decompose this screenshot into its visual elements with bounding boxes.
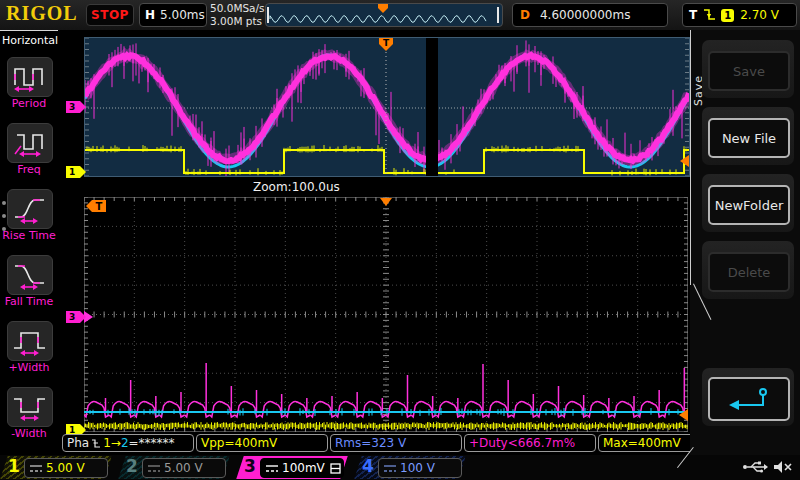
t-label: T	[689, 8, 697, 22]
channel-status-bar: 1 5.00 V 2 5.00 V 3 100mV	[0, 455, 800, 480]
sidebar-title: Horizontal	[2, 34, 58, 47]
channel-3-scale-box: 100mV	[260, 458, 344, 478]
pos-width-icon	[7, 321, 53, 361]
phase-arrow: →	[111, 436, 121, 451]
top-status-bar: RIGOL STOP H 5.00ms 50.0MSa/s 3.00M pts …	[0, 0, 800, 31]
svg-text:T: T	[96, 201, 103, 212]
phase-value: =******	[129, 436, 175, 451]
horizontal-measure-menu: Horizontal Period Freq	[0, 30, 59, 456]
measurement-vpp: Vpp=400mV	[196, 434, 328, 452]
save-button[interactable]: Save	[702, 40, 794, 98]
new-folder-button-label: NewFolder	[708, 185, 790, 225]
dc-coupling-icon	[29, 464, 43, 473]
trigger-level-value: 2.70 V	[740, 8, 779, 22]
menu-divider	[690, 30, 691, 285]
d-label: D	[520, 8, 530, 22]
svg-text:T: T	[383, 38, 390, 48]
sidebar-item-label: Rise Time	[0, 229, 58, 242]
channel-4-number: 4	[362, 456, 374, 476]
zoom-waveforms: T	[84, 197, 688, 432]
timebase-value: 5.00ms	[160, 8, 205, 22]
dc-coupling-icon	[265, 464, 279, 473]
preview-wave	[266, 4, 500, 26]
new-file-button[interactable]: New File	[702, 107, 794, 165]
channel-3-status[interactable]: 3 100mV	[236, 456, 348, 479]
ch3-ground-marker-main: 3	[66, 101, 86, 113]
main-waveforms: T	[85, 38, 689, 176]
save-menu-panel: Save Save New File NewFolder Delete	[690, 30, 800, 455]
new-file-button-label: New File	[708, 118, 790, 158]
phase-prefix: Pha	[67, 436, 89, 451]
trigger-box: T 1 2.70 V	[682, 3, 797, 27]
return-arrow-icon	[727, 386, 771, 412]
channel-1-number: 1	[8, 456, 20, 476]
memory-depth-value: 3.00M pts	[210, 15, 265, 28]
measurement-rms: Rms=323 V	[330, 434, 462, 452]
falling-edge-icon	[90, 437, 102, 450]
channel-2-number: 2	[126, 456, 138, 476]
run-state-indicator: STOP	[86, 4, 134, 26]
dc-coupling-icon	[383, 464, 397, 473]
main-window: T	[84, 37, 690, 177]
channel-2-scale-box: 5.00 V	[142, 458, 226, 478]
save-button-label: Save	[708, 51, 790, 91]
measurement-phase: Pha 1 → 2 =******	[62, 434, 194, 452]
rigol-logo: RIGOL	[6, 2, 78, 25]
channel-4-scale: 100 V	[400, 461, 435, 475]
phase-src-channel: 1	[103, 436, 111, 451]
new-folder-button[interactable]: NewFolder	[702, 174, 794, 232]
zoom-scale-label: Zoom:100.0us	[253, 180, 340, 194]
return-button-face	[708, 377, 790, 421]
channel-3-scale: 100mV	[282, 461, 325, 475]
horizontal-scale-box: H 5.00ms	[139, 3, 207, 27]
return-button[interactable]	[702, 368, 794, 426]
phase-dst-channel: 2	[121, 436, 129, 451]
waveform-preview	[265, 3, 503, 27]
ch1-ground-marker-main: 1	[66, 166, 86, 178]
sample-rate-value: 50.0MSa/s	[210, 2, 265, 15]
sidebar-item-label: -Width	[0, 427, 58, 440]
channel-2-status[interactable]: 2 5.00 V	[118, 456, 230, 479]
channel-1-scale: 5.00 V	[46, 461, 85, 475]
sidebar-item-label: Freq	[0, 163, 58, 176]
channel-4-status[interactable]: 4 100 V	[354, 456, 466, 479]
dc-coupling-icon	[147, 464, 161, 473]
channel-1-scale-box: 5.00 V	[24, 458, 108, 478]
channel-1-status[interactable]: 1 5.00 V	[0, 456, 112, 479]
measurement-duty: +Duty<666.7m%	[464, 434, 596, 452]
sidebar-item-label: Period	[0, 97, 58, 110]
freq-icon	[7, 123, 53, 163]
sidebar-item-label: +Width	[0, 361, 58, 374]
speaker-muted-icon	[772, 459, 794, 475]
delay-value: 4.60000000ms	[540, 8, 630, 22]
channel-2-scale: 5.00 V	[164, 461, 203, 475]
measurement-bar: Pha 1 → 2 =****** Vpp=400mV Rms=323 V +D…	[62, 434, 730, 452]
rise-time-icon	[7, 189, 53, 229]
bw-limit-icon	[330, 463, 341, 474]
delete-button-label: Delete	[708, 252, 790, 292]
zoom-window: T	[84, 197, 688, 432]
h-label: H	[145, 8, 155, 22]
acquisition-info: 50.0MSa/s 3.00M pts	[210, 2, 265, 28]
delete-button[interactable]: Delete	[702, 241, 794, 299]
menu-page-indicator	[2, 201, 6, 240]
fall-time-icon	[7, 255, 53, 295]
usb-icon	[742, 459, 768, 475]
sidebar-item-label: Fall Time	[0, 295, 58, 308]
channel-4-scale-box: 100 V	[378, 458, 462, 478]
neg-width-icon	[7, 387, 53, 427]
channel-3-number: 3	[244, 456, 256, 476]
delay-box: D 4.60000000ms	[512, 3, 668, 27]
waveform-display: T 3 1 Zoom:100.0us T 3 1 Pha 1 → 2 =****…	[58, 30, 690, 455]
ch3-ground-marker-zoom: 3	[66, 311, 86, 323]
falling-edge-trigger-icon	[702, 7, 716, 23]
trigger-source-badge: 1	[721, 9, 734, 22]
period-icon	[7, 57, 53, 97]
